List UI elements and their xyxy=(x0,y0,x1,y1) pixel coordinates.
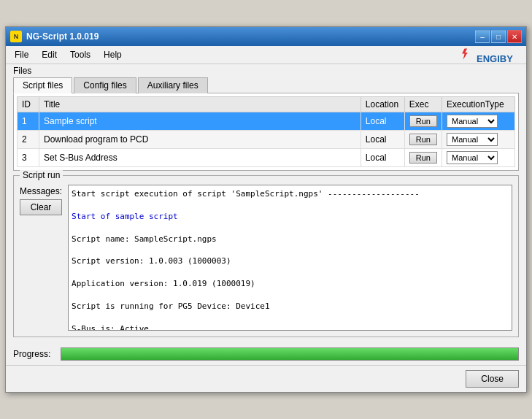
cell-exec: Run xyxy=(404,131,442,149)
messages-box[interactable]: Start script execution of script 'Sample… xyxy=(68,185,512,331)
logo-container: ENGIBY xyxy=(460,47,519,72)
exec-type-select[interactable]: Manual Auto xyxy=(447,115,498,128)
menu-help[interactable]: Help xyxy=(98,47,128,62)
progress-bar-fill xyxy=(61,348,518,360)
script-run-section: Script run Messages: Clear Start script … xyxy=(6,171,526,337)
tab-content: ID Title Location Exec ExecutionType 1 S… xyxy=(13,93,519,171)
cell-location: Local xyxy=(361,149,404,167)
maximize-button[interactable]: □ xyxy=(491,30,506,43)
clear-button[interactable]: Clear xyxy=(20,199,62,215)
scripts-table: ID Title Location Exec ExecutionType 1 S… xyxy=(17,96,515,167)
cell-id: 1 xyxy=(18,112,39,131)
exec-type-select[interactable]: Manual Auto xyxy=(447,151,498,164)
message-line: Start script execution of script 'Sample… xyxy=(72,188,509,199)
cell-exec-type: Manual Auto xyxy=(442,149,515,167)
title-bar: N NG-Script 1.0.019 – □ ✕ xyxy=(6,27,526,46)
run-button[interactable]: Run xyxy=(409,115,437,127)
cell-location: Local xyxy=(361,131,404,149)
cell-exec-type: Manual Auto xyxy=(442,131,515,149)
cell-location: Local xyxy=(361,112,404,131)
tabs-container: Script files Config files Auxiliary file… xyxy=(13,77,519,93)
menu-file[interactable]: File xyxy=(9,47,34,62)
col-id: ID xyxy=(18,97,39,112)
progress-label: Progress: xyxy=(13,349,53,359)
script-run-label: Script run xyxy=(20,170,63,180)
tab-script-files[interactable]: Script files xyxy=(13,77,72,93)
col-exec: Exec xyxy=(404,97,442,112)
cell-exec: Run xyxy=(404,112,442,131)
cell-title: Set S-Bus Address xyxy=(39,149,361,167)
tab-config-files[interactable]: Config files xyxy=(74,77,136,93)
progress-bar-container xyxy=(61,347,519,361)
cell-title: Sample script xyxy=(39,112,361,131)
messages-label: Messages: xyxy=(20,185,62,196)
script-run-group: Script run Messages: Clear Start script … xyxy=(13,175,519,337)
main-window: N NG-Script 1.0.019 – □ ✕ File Edit Tool… xyxy=(5,26,527,393)
message-line: Script version: 1.0.003 (1000003) xyxy=(72,255,509,266)
close-main-button[interactable]: Close xyxy=(466,370,519,388)
cell-id: 3 xyxy=(18,149,39,167)
col-title: Title xyxy=(39,97,361,112)
message-line: Script name: SampleScript.ngps xyxy=(72,234,509,245)
title-bar-left: N NG-Script 1.0.019 xyxy=(10,31,99,42)
message-line: Script is running for PG5 Device: Device… xyxy=(72,301,509,312)
tab-auxiliary-files[interactable]: Auxiliary files xyxy=(138,77,208,93)
col-exec-type: ExecutionType xyxy=(442,97,515,112)
window-title: NG-Script 1.0.019 xyxy=(26,31,99,42)
col-location: Location xyxy=(361,97,404,112)
menu-bar: File Edit Tools Help ENGIBY xyxy=(6,46,526,64)
files-label: Files xyxy=(13,66,519,76)
messages-area: Messages: Clear Start script execution o… xyxy=(20,185,512,331)
progress-area: Progress: xyxy=(13,345,519,364)
menu-tools[interactable]: Tools xyxy=(64,47,96,62)
progress-section: Progress: xyxy=(6,343,526,365)
cell-exec-type: Manual Auto xyxy=(442,112,515,131)
messages-controls: Messages: Clear xyxy=(20,185,62,215)
run-button[interactable]: Run xyxy=(409,152,437,164)
run-button[interactable]: Run xyxy=(409,134,437,145)
title-buttons: – □ ✕ xyxy=(475,30,522,43)
app-icon: N xyxy=(10,31,22,42)
table-row[interactable]: 3 Set S-Bus Address Local Run Manual Aut… xyxy=(18,149,515,167)
menu-edit[interactable]: Edit xyxy=(36,47,63,62)
bottom-bar: Close xyxy=(6,365,526,392)
table-row[interactable]: 1 Sample script Local Run Manual Auto xyxy=(18,112,515,131)
exec-type-select[interactable]: Manual Auto xyxy=(447,133,498,146)
svg-text:ENGIBY: ENGIBY xyxy=(477,53,513,64)
message-line: S-Bus is: Active xyxy=(72,323,509,331)
window-close-button[interactable]: ✕ xyxy=(507,30,522,43)
files-section: Files Script files Config files Auxiliar… xyxy=(6,64,526,171)
cell-title: Download program to PCD xyxy=(39,131,361,149)
cell-id: 2 xyxy=(18,131,39,149)
minimize-button[interactable]: – xyxy=(475,30,490,43)
message-line: Application version: 1.0.019 (1000019) xyxy=(72,278,509,289)
message-line: Start of sample script xyxy=(72,211,509,222)
cell-exec: Run xyxy=(404,149,442,167)
engiby-logo: ENGIBY xyxy=(460,47,519,69)
table-row[interactable]: 2 Download program to PCD Local Run Manu… xyxy=(18,131,515,149)
